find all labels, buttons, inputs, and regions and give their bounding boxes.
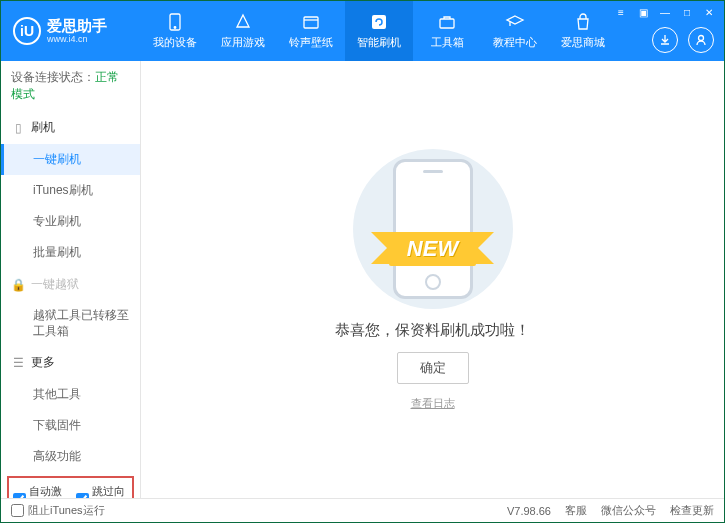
svg-point-1 [174,27,176,29]
app-logo-icon: iU [13,17,41,45]
nav-smart-flash[interactable]: 智能刷机 [345,1,413,61]
nav-ringtones[interactable]: 铃声壁纸 [277,1,345,61]
view-log-link[interactable]: 查看日志 [411,396,455,411]
bag-icon [573,12,593,32]
header-right [652,27,714,53]
nav-label: 应用游戏 [221,35,265,50]
sidebar-item-batch-flash[interactable]: 批量刷机 [1,237,140,268]
support-link[interactable]: 客服 [565,503,587,518]
nav-toolbox[interactable]: 工具箱 [413,1,481,61]
list-icon: ☰ [11,356,25,370]
app-header: iU 爱思助手 www.i4.cn 我的设备 应用游戏 铃声壁纸 智能刷机 工具… [1,1,724,61]
sidebar-item-other-tools[interactable]: 其他工具 [1,379,140,410]
apps-icon [233,12,253,32]
grad-cap-icon [505,12,525,32]
nav-my-device[interactable]: 我的设备 [141,1,209,61]
new-ribbon: NEW [389,232,476,266]
sidebar-item-itunes-flash[interactable]: iTunes刷机 [1,175,140,206]
sidebar-item-advanced[interactable]: 高级功能 [1,441,140,472]
svg-point-5 [699,36,704,41]
lock-icon: 🔒 [11,278,25,292]
refresh-icon [369,12,389,32]
checkbox-skip-guide[interactable]: 跳过向导 [76,484,129,498]
folder-icon [301,12,321,32]
phone-graphic-icon [393,159,473,299]
sidebar-item-one-click-flash[interactable]: 一键刷机 [1,144,140,175]
connection-status: 设备连接状态：正常模式 [1,61,140,111]
section-more[interactable]: ☰更多 [1,346,140,379]
phone-small-icon: ▯ [11,121,25,135]
download-button[interactable] [652,27,678,53]
nav-label: 工具箱 [431,35,464,50]
options-box: 自动激活 跳过向导 [7,476,134,498]
toolbox-icon [437,12,457,32]
success-illustration: NEW [333,149,533,309]
app-name: 爱思助手 [47,18,107,35]
ok-button[interactable]: 确定 [397,352,469,384]
nav-label: 教程中心 [493,35,537,50]
wechat-link[interactable]: 微信公众号 [601,503,656,518]
sidebar-item-pro-flash[interactable]: 专业刷机 [1,206,140,237]
sidebar: 设备连接状态：正常模式 ▯刷机 一键刷机 iTunes刷机 专业刷机 批量刷机 … [1,61,141,498]
nav-label: 智能刷机 [357,35,401,50]
checkbox-block-itunes[interactable]: 阻止iTunes运行 [11,503,105,518]
window-controls: ≡ ▣ — □ ✕ [612,5,718,19]
main-nav: 我的设备 应用游戏 铃声壁纸 智能刷机 工具箱 教程中心 爱思商城 [141,1,617,61]
section-jailbreak[interactable]: 🔒一键越狱 [1,268,140,301]
menu-icon[interactable]: ≡ [612,5,630,19]
nav-label: 铃声壁纸 [289,35,333,50]
svg-rect-2 [304,17,318,28]
jailbreak-note: 越狱工具已转移至工具箱 [1,301,140,346]
minimize-icon[interactable]: — [656,5,674,19]
footer: 阻止iTunes运行 V7.98.66 客服 微信公众号 检查更新 [1,498,724,522]
nav-label: 我的设备 [153,35,197,50]
check-update-link[interactable]: 检查更新 [670,503,714,518]
version-label: V7.98.66 [507,505,551,517]
svg-rect-4 [440,19,454,28]
app-site: www.i4.cn [47,34,107,44]
nav-store[interactable]: 爱思商城 [549,1,617,61]
close-icon[interactable]: ✕ [700,5,718,19]
skin-icon[interactable]: ▣ [634,5,652,19]
user-button[interactable] [688,27,714,53]
section-flash[interactable]: ▯刷机 [1,111,140,144]
logo-area: iU 爱思助手 www.i4.cn [1,17,141,45]
svg-rect-3 [372,15,386,29]
phone-icon [165,12,185,32]
nav-tutorials[interactable]: 教程中心 [481,1,549,61]
checkbox-auto-activate[interactable]: 自动激活 [13,484,66,498]
nav-apps-games[interactable]: 应用游戏 [209,1,277,61]
sidebar-item-download-firmware[interactable]: 下载固件 [1,410,140,441]
nav-label: 爱思商城 [561,35,605,50]
main-content: NEW 恭喜您，保资料刷机成功啦！ 确定 查看日志 [141,61,724,498]
success-message: 恭喜您，保资料刷机成功啦！ [335,321,530,340]
maximize-icon[interactable]: □ [678,5,696,19]
